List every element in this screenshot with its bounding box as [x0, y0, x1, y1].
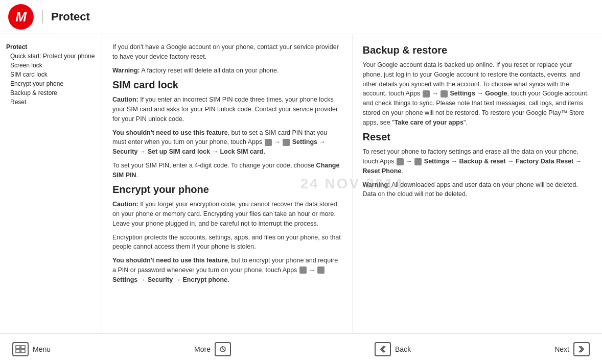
warning-text: A factory reset will delete all data on … — [140, 67, 279, 74]
sidebar-item-reset[interactable]: Reset — [0, 98, 102, 107]
bottom-nav: Menu More Back — [0, 333, 602, 364]
content-col-1: If you don't have a Google account on yo… — [102, 34, 353, 333]
sidebar-item-backup[interactable]: Backup & restore — [0, 88, 102, 98]
sidebar-item-simlock[interactable]: SIM card lock — [0, 70, 102, 79]
settings-icon-3 — [441, 90, 448, 98]
svg-rect-0 — [16, 346, 20, 349]
back-icon — [375, 342, 391, 356]
sim-caution-text: If you enter an incorrect SIM PIN code t… — [112, 96, 338, 123]
back-label: Back — [395, 345, 411, 353]
apps-icon-3 — [423, 90, 430, 98]
sim-pin-end: . — [136, 172, 138, 179]
sim-pin: To set your SIM PIN, enter a 4-digit cod… — [112, 161, 342, 180]
settings-icon-2 — [317, 266, 325, 274]
next-icon — [573, 342, 590, 356]
page-title: Protect — [42, 10, 90, 23]
apps-icon-4 — [397, 158, 404, 165]
sim-arrow: → — [274, 138, 282, 145]
more-icon — [215, 342, 231, 356]
encrypt-caution-text: If you forget your encryption code, you … — [112, 201, 337, 227]
encrypt-feature-text3: Settings → Security → Encrypt phone. — [112, 276, 229, 283]
header: M Protect — [0, 0, 602, 34]
sidebar: Protect Quick start: Protect your phone … — [0, 34, 102, 333]
back-button[interactable]: Back — [371, 340, 415, 358]
svg-rect-1 — [21, 346, 25, 349]
apps-icon-1 — [265, 139, 272, 146]
sidebar-item-quickstart[interactable]: Quick start: Protect your phone — [0, 52, 102, 61]
settings-icon-4 — [414, 158, 422, 165]
menu-icon — [12, 342, 29, 356]
encrypt-caution: Caution: If you forget your encryption c… — [112, 200, 342, 228]
encrypt-title: Encrypt your phone — [112, 184, 342, 196]
intro-paragraph: If you don't have a Google account on yo… — [112, 42, 342, 62]
menu-label: Menu — [33, 345, 51, 353]
reset-warning-text: All downloaded apps and user data on you… — [363, 181, 578, 198]
more-button[interactable]: More — [190, 340, 235, 358]
backup-settings-google: Settings → Google — [450, 90, 507, 97]
encrypt-feature-label: You shouldn't need to use this feature — [112, 257, 228, 264]
settings-icon-1 — [283, 139, 290, 146]
encrypt-body: Encryption protects the accounts, settin… — [112, 233, 342, 252]
encrypt-caution-label: Caution: — [112, 201, 138, 208]
sim-caution: Caution: If you enter an incorrect SIM P… — [112, 95, 342, 124]
apps-icon-2 — [299, 266, 307, 274]
backup-body: Your Google account data is backed up on… — [363, 60, 592, 127]
reset-title: Reset — [363, 131, 592, 143]
sim-pin-text: To set your SIM PIN, enter a 4-digit cod… — [112, 162, 316, 169]
sidebar-item-screenlock[interactable]: Screen lock — [0, 61, 102, 70]
sim-title: SIM card lock — [112, 79, 342, 91]
sidebar-item-encrypt[interactable]: Encrypt your phone — [0, 79, 102, 88]
sim-feature: You shouldn't need to use this feature, … — [112, 128, 342, 157]
warning-label: Warning: — [112, 67, 140, 74]
reset-warning: Warning: All downloaded apps and user da… — [363, 180, 592, 200]
sidebar-item-protect[interactable]: Protect — [0, 42, 102, 52]
menu-button[interactable]: Menu — [8, 340, 55, 358]
sim-feature-label: You shouldn't need to use this feature — [112, 129, 228, 136]
motorola-logo: M — [8, 4, 34, 30]
svg-rect-3 — [21, 350, 25, 353]
encrypt-arrow: → — [309, 266, 317, 274]
svg-rect-2 — [16, 350, 20, 353]
encrypt-feature: You shouldn't need to use this feature, … — [112, 256, 342, 284]
reset-warning-label: Warning: — [363, 181, 390, 188]
reset-body: To reset your phone to factory settings … — [363, 147, 592, 176]
content-area: 24 NOV 2014 If you don't have a Google a… — [102, 34, 602, 333]
next-label: Next — [554, 345, 569, 353]
warning-paragraph: Warning: A factory reset will delete all… — [112, 66, 342, 76]
sim-caution-label: Caution: — [112, 96, 138, 103]
more-label: More — [194, 345, 211, 353]
body-layout: Protect Quick start: Protect your phone … — [0, 34, 602, 333]
backup-title: Backup & restore — [363, 44, 592, 56]
content-col-2: Backup & restore Your Google account dat… — [353, 34, 603, 333]
logo-letter: M — [15, 9, 27, 25]
next-button[interactable]: Next — [550, 340, 594, 358]
